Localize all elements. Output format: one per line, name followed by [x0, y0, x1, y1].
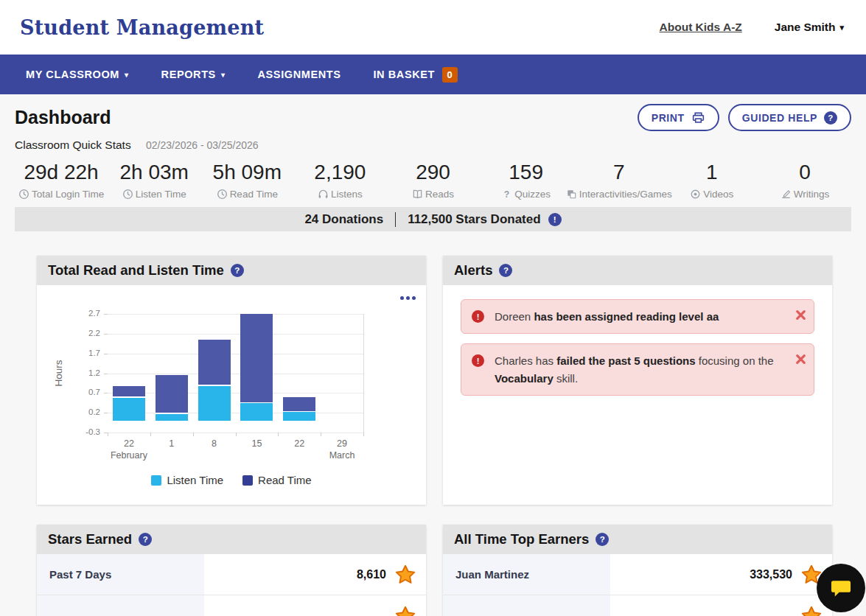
chevron-down-icon: ▾ — [221, 71, 226, 79]
legend-swatch — [242, 475, 253, 486]
y-tick-label: 0.7 — [65, 388, 100, 396]
top-earners-title: All Time Top Earners — [454, 531, 589, 547]
alert-text: Doreen has been assigned reading level a… — [495, 308, 719, 325]
y-tick — [104, 314, 108, 315]
book-icon — [412, 189, 423, 200]
month-label: February — [100, 450, 158, 461]
page-title: Dashboard — [15, 107, 111, 128]
help-icon[interactable]: ? — [139, 533, 152, 546]
about-kids-az-link[interactable]: About Kids A-Z — [660, 21, 742, 34]
help-icon[interactable]: ? — [231, 264, 244, 277]
nav-item-in-basket[interactable]: IN BASKET0 — [373, 67, 458, 83]
x-tick — [150, 433, 151, 436]
stat-total-login-time: 29d 22hTotal Login Time — [15, 161, 108, 200]
stat-reads: 290Reads — [386, 161, 479, 200]
headphones-icon — [318, 189, 329, 200]
stat-value: 29d 22h — [24, 161, 98, 184]
x-tick — [363, 433, 364, 436]
alert-icon: ! — [472, 354, 484, 367]
stat-label: Listen Time — [136, 189, 186, 200]
nav-item-reports[interactable]: REPORTS▾ — [161, 69, 226, 80]
print-button-label: PRINT — [652, 112, 685, 124]
gridline — [108, 314, 363, 315]
legend-label: Listen Time — [167, 474, 223, 486]
interactivity-icon — [566, 189, 577, 200]
chart-bar-read — [198, 340, 231, 385]
x-tick — [236, 433, 237, 436]
nav-item-label: REPORTS — [161, 69, 216, 80]
y-tick-label: 1.2 — [65, 368, 100, 377]
gridline — [108, 374, 363, 374]
row-value: 8,610 — [357, 568, 386, 581]
chart-bar-listen — [240, 403, 273, 421]
main-nav: MY CLASSROOM▾REPORTS▾ASSIGNMENTSIN BASKE… — [0, 55, 866, 94]
month-label: March — [313, 450, 371, 461]
clock-icon — [217, 189, 228, 200]
chat-widget-button[interactable] — [817, 564, 865, 612]
read-listen-chart: 2.72.21.71.20.70.2-0.322February18152229… — [37, 285, 426, 505]
star-icon — [394, 605, 416, 616]
divider — [395, 212, 396, 227]
legend-entry-read-time: Read Time — [242, 474, 312, 486]
stat-listen-time: 2h 03mListen Time — [108, 161, 200, 200]
stat-read-time: 5h 09mRead Time — [200, 161, 293, 200]
info-icon[interactable]: ! — [548, 213, 562, 226]
nav-item-label: MY CLASSROOM — [26, 69, 119, 80]
stat-videos: 1Videos — [666, 161, 758, 200]
y-tick — [104, 334, 108, 335]
alerts-list: !Doreen has been assigned reading level … — [443, 285, 832, 505]
print-button[interactable]: PRINT — [638, 104, 719, 131]
panel-alerts: Alerts ? !Doreen has been assigned readi… — [443, 256, 832, 505]
row-value: 333,530 — [750, 568, 792, 581]
stars-earned-table: Past 7 Days8,610 — [37, 554, 426, 616]
legend-entry-listen-time: Listen Time — [151, 474, 223, 486]
writing-icon — [781, 189, 792, 200]
x-tick-label: 8 — [193, 438, 236, 449]
help-icon[interactable]: ? — [499, 264, 512, 277]
user-menu[interactable]: Jane Smith ▾ — [775, 21, 844, 34]
x-tick — [278, 433, 279, 436]
y-tick — [104, 354, 108, 354]
y-axis-title: Hours — [53, 360, 64, 386]
stat-value: 0 — [799, 161, 811, 184]
clock-icon — [122, 189, 133, 200]
help-icon[interactable]: ? — [596, 533, 609, 546]
panel-read-listen-time: Total Read and Listen Time ? 2.72.21.71.… — [37, 256, 426, 505]
chart-menu-button[interactable] — [400, 296, 416, 300]
chevron-down-icon: ▾ — [125, 71, 129, 79]
video-icon — [690, 189, 701, 200]
row-label — [37, 595, 204, 616]
alert-close-button[interactable] — [795, 309, 807, 321]
stat-writings: 0Writings — [758, 161, 851, 200]
stat-value: 290 — [416, 161, 450, 184]
y-tick-label: 2.7 — [65, 309, 100, 318]
legend-label: Read Time — [258, 474, 312, 486]
svg-text:?: ? — [504, 189, 509, 200]
stat-label: Videos — [703, 189, 733, 200]
nav-item-my-classroom[interactable]: MY CLASSROOM▾ — [26, 69, 129, 80]
chart-bar-read — [113, 386, 145, 397]
help-icon: ? — [824, 111, 837, 125]
nav-item-assignments[interactable]: ASSIGNMENTS — [258, 69, 341, 80]
stat-label: Interactivities/Games — [579, 189, 672, 200]
stat-value: 2,190 — [314, 161, 366, 184]
alert-item: !Charles has failed the past 5 questions… — [461, 343, 814, 396]
gridline — [108, 354, 363, 354]
chart-bar-read — [283, 397, 315, 412]
stars-earned-row: Past 7 Days8,610 — [37, 554, 426, 595]
read-listen-panel-title: Total Read and Listen Time — [48, 262, 224, 279]
alert-text: Charles has failed the past 5 questions … — [495, 352, 784, 387]
x-tick-label: 29 — [321, 438, 363, 449]
quick-stats-row: 29d 22hTotal Login Time2h 03mListen Time… — [15, 161, 851, 200]
main-content: Dashboard PRINT GUIDED HELP ? Classroom … — [0, 94, 866, 616]
chart-plot-area — [108, 314, 364, 433]
stat-value: 5h 09m — [213, 161, 282, 184]
x-tick-label: 15 — [236, 438, 279, 449]
guided-help-button[interactable]: GUIDED HELP ? — [728, 104, 851, 131]
alert-close-button[interactable] — [795, 353, 807, 365]
y-tick — [104, 413, 108, 413]
stat-quizzes: 159?Quizzes — [480, 161, 573, 200]
chart-bar-listen — [156, 414, 188, 421]
legend-swatch — [151, 475, 161, 486]
chat-bubble-icon — [828, 575, 854, 601]
